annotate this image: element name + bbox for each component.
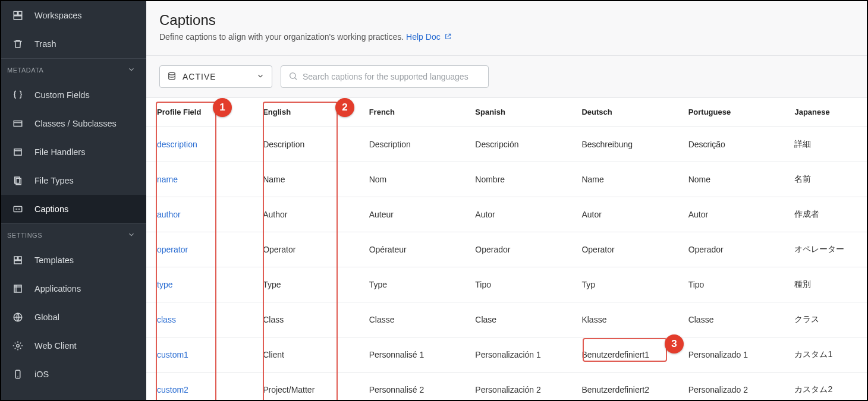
profile-field-link[interactable]: custom1 (157, 350, 188, 359)
cell-portuguese[interactable]: Personalizado 2 (678, 372, 784, 400)
cell-english[interactable]: Type (252, 267, 358, 302)
cell-french[interactable]: Auteur (358, 197, 465, 232)
cell-deutsch[interactable]: Benutzerdefiniert1 (571, 337, 677, 372)
cell-french[interactable]: Opérateur (358, 232, 465, 267)
cell-spanish[interactable]: Personalización 2 (464, 372, 571, 400)
cell-japanese[interactable]: 詳細 (784, 127, 867, 162)
status-filter-select[interactable]: ACTIVE (159, 65, 272, 88)
cell-spanish[interactable]: Personalización 1 (464, 337, 571, 372)
cell-japanese[interactable]: オペレーター (784, 232, 867, 267)
cell-deutsch[interactable]: Operator (571, 232, 677, 267)
col-english[interactable]: English (252, 98, 358, 127)
svg-rect-14 (14, 261, 21, 264)
search-input[interactable] (303, 72, 481, 81)
cell-japanese[interactable]: クラス (784, 302, 867, 337)
cell-deutsch[interactable]: Beschreibung (571, 127, 677, 162)
cell-deutsch[interactable]: Benutzerdefiniert2 (571, 372, 677, 400)
cell-japanese[interactable]: カスタム2 (784, 372, 867, 400)
cell-english[interactable]: Client (252, 337, 358, 372)
col-french[interactable]: French (358, 98, 465, 127)
captions-table-wrap: Profile Field English French Spanish Deu… (146, 98, 867, 400)
svg-line-22 (295, 77, 297, 79)
sidebar-item-file-types[interactable]: File Types (1, 166, 146, 195)
sidebar-section-settings[interactable]: SETTINGS (1, 223, 146, 246)
sidebar-item-ios[interactable]: iOS (1, 360, 146, 389)
applications-icon (12, 283, 24, 294)
col-spanish[interactable]: Spanish (464, 98, 571, 127)
svg-point-17 (17, 345, 20, 348)
chevron-down-icon (256, 72, 265, 82)
sidebar-item-label: File Types (34, 176, 74, 185)
cell-french[interactable]: Type (358, 267, 465, 302)
col-japanese[interactable]: Japanese (784, 98, 867, 127)
cell-japanese[interactable]: 名前 (784, 162, 867, 197)
profile-field-link[interactable]: description (157, 140, 197, 149)
cell-japanese[interactable]: 種別 (784, 267, 867, 302)
profile-field-link[interactable]: name (157, 175, 178, 184)
profile-field-link[interactable]: class (157, 315, 176, 324)
sidebar-item-classes[interactable]: Classes / Subclasses (1, 109, 146, 138)
cell-spanish[interactable]: Autor (464, 197, 571, 232)
cell-spanish[interactable]: Operador (464, 232, 571, 267)
cell-portuguese[interactable]: Descrição (678, 127, 784, 162)
cell-japanese[interactable]: カスタム1 (784, 337, 867, 372)
cell-deutsch[interactable]: Typ (571, 267, 677, 302)
cell-spanish[interactable]: Nombre (464, 162, 571, 197)
cell-english[interactable]: Project/Matter (252, 372, 358, 400)
cell-portuguese[interactable]: Nome (678, 162, 784, 197)
col-portuguese[interactable]: Portuguese (678, 98, 784, 127)
cell-french[interactable]: Personnalisé 1 (358, 337, 465, 372)
sidebar-item-file-handlers[interactable]: File Handlers (1, 138, 146, 166)
cell-english[interactable]: Name (252, 162, 358, 197)
chevron-down-icon (127, 65, 136, 75)
cell-japanese[interactable]: 作成者 (784, 197, 867, 232)
help-doc-link[interactable]: Help Doc (406, 32, 451, 42)
sidebar-item-captions[interactable]: Captions (1, 195, 146, 223)
sidebar-item-global[interactable]: Global (1, 303, 146, 331)
cell-french[interactable]: Nom (358, 162, 465, 197)
sidebar-item-custom-fields[interactable]: Custom Fields (1, 81, 146, 109)
cell-french[interactable]: Description (358, 127, 465, 162)
cell-portuguese[interactable]: Personalizado 1 (678, 337, 784, 372)
cell-spanish[interactable]: Descripción (464, 127, 571, 162)
sidebar-section-metadata[interactable]: METADATA (1, 58, 146, 81)
profile-field-link[interactable]: type (157, 280, 172, 289)
globe-icon (12, 312, 24, 323)
sidebar-item-workspaces[interactable]: Workspaces (1, 1, 146, 30)
sidebar-item-label: Global (34, 312, 59, 322)
sidebar-item-web-client[interactable]: Web Client (1, 331, 146, 360)
cell-english[interactable]: Description (252, 127, 358, 162)
sidebar-item-templates[interactable]: Templates (1, 246, 146, 274)
sidebar-item-applications[interactable]: Applications (1, 274, 146, 303)
cell-english[interactable]: Class (252, 302, 358, 337)
cell-deutsch[interactable]: Klasse (571, 302, 677, 337)
cell-deutsch[interactable]: Name (571, 162, 677, 197)
profile-field-link[interactable]: custom2 (157, 385, 188, 394)
profile-field-link[interactable]: author (157, 210, 181, 219)
page-title: Captions (159, 12, 854, 29)
svg-rect-1 (18, 11, 22, 15)
cell-portuguese[interactable]: Classe (678, 302, 784, 337)
cell-spanish[interactable]: Clase (464, 302, 571, 337)
cell-english[interactable]: Author (252, 197, 358, 232)
chevron-down-icon (127, 231, 136, 240)
file-types-icon (12, 175, 24, 186)
cell-french[interactable]: Classe (358, 302, 465, 337)
cell-deutsch[interactable]: Autor (571, 197, 677, 232)
cell-portuguese[interactable]: Tipo (678, 267, 784, 302)
cell-english[interactable]: Operator (252, 232, 358, 267)
col-deutsch[interactable]: Deutsch (571, 98, 677, 127)
svg-rect-2 (14, 16, 22, 20)
workspaces-icon (12, 10, 24, 21)
cell-portuguese[interactable]: Operador (678, 232, 784, 267)
search-box[interactable] (281, 65, 489, 88)
cell-spanish[interactable]: Tipo (464, 267, 571, 302)
sidebar-item-label: Captions (34, 204, 68, 214)
col-profile-field[interactable]: Profile Field (146, 98, 252, 127)
sidebar-item-trash[interactable]: Trash (1, 30, 146, 58)
profile-field-link[interactable]: operator (157, 245, 188, 254)
cell-french[interactable]: Personnalisé 2 (358, 372, 465, 400)
page-subtitle: Define captions to align with your organ… (159, 32, 854, 42)
cell-portuguese[interactable]: Autor (678, 197, 784, 232)
table-row: custom2Project/MatterPersonnalisé 2Perso… (146, 372, 867, 400)
